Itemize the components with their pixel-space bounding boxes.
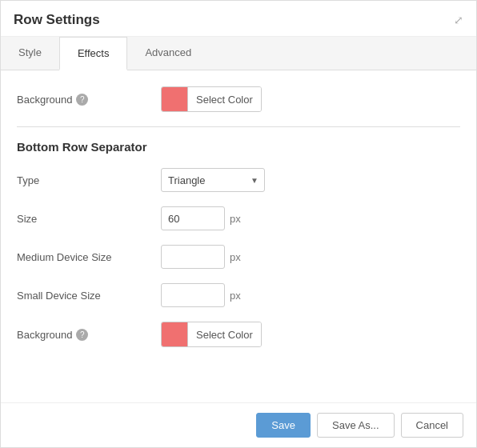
type-row: Type Triangle Circle Wave Arrow None	[17, 168, 460, 192]
tab-advanced[interactable]: Advanced	[127, 37, 209, 70]
background-color-label: Select Color	[187, 87, 261, 111]
bottom-background-color-swatch	[162, 322, 187, 346]
save-button[interactable]: Save	[256, 413, 311, 438]
medium-device-size-label: Medium Device Size	[17, 251, 161, 263]
small-device-size-unit: px	[230, 290, 241, 302]
small-device-size-row: Small Device Size px	[17, 283, 460, 307]
bottom-background-row: Background ? Select Color	[17, 322, 460, 347]
expand-icon[interactable]: ⤢	[454, 14, 463, 26]
bottom-background-label: Background ?	[17, 329, 161, 341]
small-device-size-input-group: px	[161, 283, 241, 307]
size-row: Size px	[17, 206, 460, 230]
size-input[interactable]	[161, 206, 225, 230]
bottom-background-color-label: Select Color	[187, 322, 261, 346]
background-color-btn[interactable]: Select Color	[161, 86, 262, 112]
small-device-size-label: Small Device Size	[17, 290, 161, 302]
dialog-header: Row Settings ⤢	[1, 1, 476, 37]
medium-device-size-input-group: px	[161, 245, 241, 269]
tab-effects[interactable]: Effects	[59, 37, 128, 70]
size-unit: px	[230, 213, 241, 225]
size-label: Size	[17, 213, 161, 225]
dialog-footer: Save Save As... Cancel	[1, 402, 476, 447]
bottom-background-color-btn[interactable]: Select Color	[161, 322, 262, 347]
section-title: Bottom Row Separator	[17, 140, 460, 154]
type-select-wrapper: Triangle Circle Wave Arrow None	[161, 168, 265, 192]
row-settings-dialog: Row Settings ⤢ Style Effects Advanced Ba…	[0, 0, 477, 448]
medium-device-size-unit: px	[230, 251, 241, 263]
type-select[interactable]: Triangle Circle Wave Arrow None	[161, 168, 265, 192]
tab-style[interactable]: Style	[1, 37, 59, 70]
tabs-container: Style Effects Advanced	[1, 37, 476, 70]
medium-device-size-input[interactable]	[161, 245, 225, 269]
type-label: Type	[17, 174, 161, 186]
medium-device-size-row: Medium Device Size px	[17, 245, 460, 269]
section-divider	[17, 126, 460, 127]
background-help-icon[interactable]: ?	[76, 94, 88, 106]
background-color-swatch	[162, 87, 187, 111]
small-device-size-input[interactable]	[161, 283, 225, 307]
dialog-title: Row Settings	[14, 12, 100, 28]
bottom-background-help-icon[interactable]: ?	[76, 329, 88, 341]
background-label: Background ?	[17, 94, 161, 106]
tab-content: Background ? Select Color Bottom Row Sep…	[1, 70, 476, 402]
size-input-group: px	[161, 206, 241, 230]
background-row: Background ? Select Color	[17, 86, 460, 112]
cancel-button[interactable]: Cancel	[401, 413, 463, 438]
save-as-button[interactable]: Save As...	[317, 413, 395, 438]
